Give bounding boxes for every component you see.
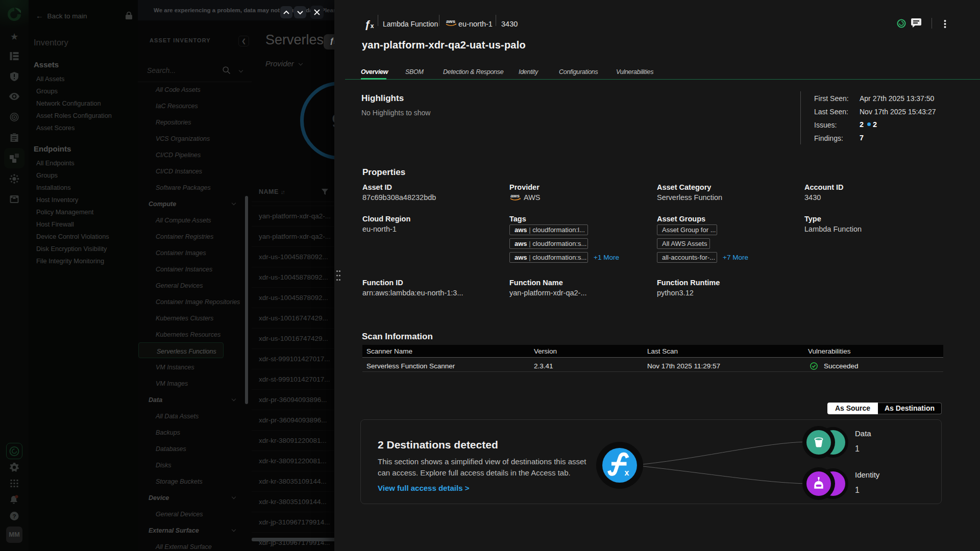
svg-text:aws: aws: [510, 193, 520, 198]
svg-text:aws: aws: [446, 18, 455, 24]
svg-text:x: x: [625, 468, 629, 477]
